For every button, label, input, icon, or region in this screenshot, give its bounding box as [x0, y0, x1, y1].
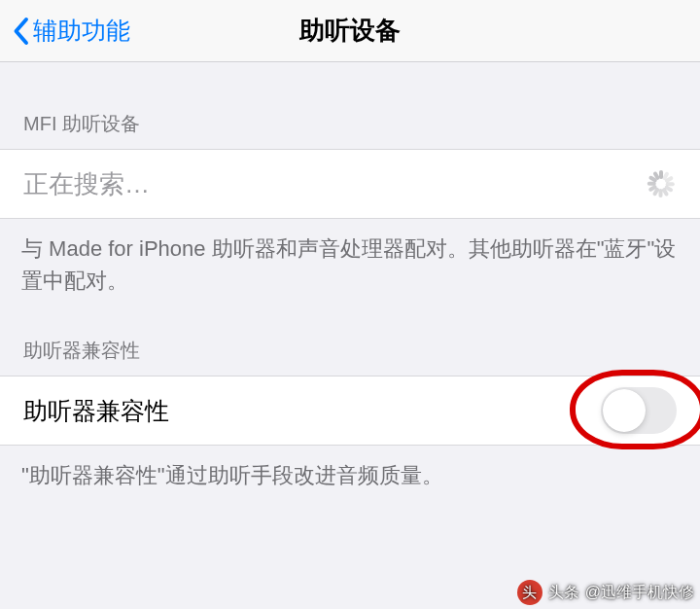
searching-row: 正在搜索…: [0, 149, 700, 219]
watermark-author: @迅维手机快修: [585, 583, 694, 603]
hearing-aid-compat-toggle[interactable]: [601, 387, 677, 434]
hearing-aid-compat-row: 助听器兼容性: [0, 376, 700, 446]
section-footer-mfi: 与 Made for iPhone 助听器和声音处理器配对。其他助听器在"蓝牙"…: [0, 219, 700, 324]
watermark-prefix: 头条: [548, 583, 579, 603]
spinner-icon: [646, 168, 677, 199]
back-button[interactable]: 辅助功能: [0, 15, 130, 47]
toggle-knob: [603, 389, 646, 432]
section-header-compat: 助听器兼容性: [0, 324, 700, 376]
back-label: 辅助功能: [33, 15, 130, 47]
content: MFI 助听设备 正在搜索… 与 Made for iPhone 助听器和声音处…: [0, 62, 700, 519]
section-header-mfi: MFI 助听设备: [0, 97, 700, 149]
searching-label: 正在搜索…: [23, 167, 150, 201]
watermark: 头 头条 @迅维手机快修: [517, 580, 694, 605]
navbar: 辅助功能 助听设备: [0, 0, 700, 62]
watermark-icon: 头: [517, 580, 542, 605]
hearing-aid-compat-label: 助听器兼容性: [23, 395, 169, 427]
chevron-left-icon: [12, 17, 29, 46]
section-footer-compat: "助听器兼容性"通过助听手段改进音频质量。: [0, 446, 700, 519]
